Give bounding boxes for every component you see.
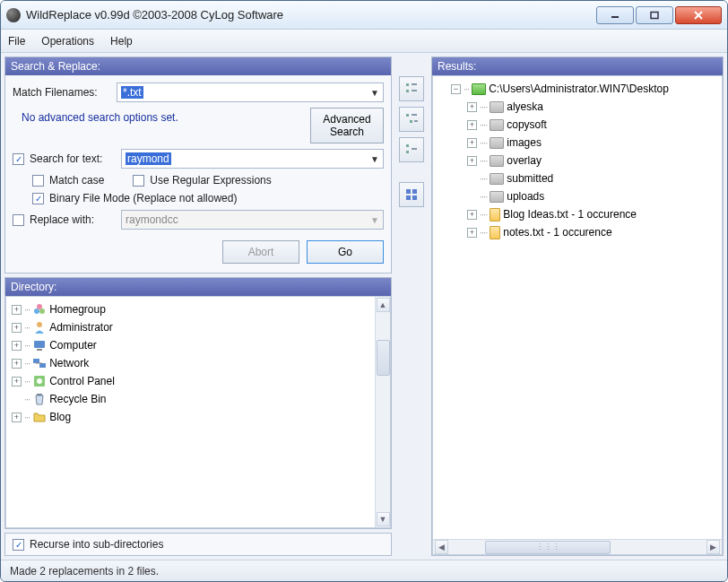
results-item[interactable]: +····copysoft — [435, 116, 720, 134]
tree-connector: ···· — [480, 119, 487, 130]
results-item-label: alyeska — [507, 100, 543, 113]
computer-icon — [32, 338, 47, 352]
cpanel-icon — [32, 374, 47, 388]
match-filenames-combo[interactable]: *.txt ▼ — [117, 83, 384, 102]
expand-icon[interactable]: + — [12, 305, 22, 315]
tree-connector: ··· — [24, 358, 30, 369]
expand-icon[interactable]: + — [12, 359, 22, 369]
scroll-up-icon[interactable]: ▲ — [377, 298, 390, 312]
results-tree[interactable]: − ··· C:\Users\Administrator.WIN7\Deskto… — [432, 75, 723, 555]
advanced-search-button[interactable]: Advanced Search — [310, 108, 384, 143]
close-button[interactable] — [675, 6, 722, 24]
svg-rect-17 — [412, 83, 417, 85]
match-filenames-value: *.txt — [121, 86, 143, 99]
search-text-combo[interactable]: raymond ▼ — [121, 149, 384, 169]
results-item[interactable]: +····notes.txt - 1 occurence — [435, 223, 720, 241]
directory-tree[interactable]: +···Homegroup+···Administrator+···Comput… — [5, 296, 391, 528]
results-item[interactable]: +····alyeska — [435, 98, 720, 116]
scroll-down-icon[interactable]: ▼ — [377, 512, 390, 526]
recurse-label: Recurse into sub-directories — [30, 538, 163, 551]
collapse-icon[interactable]: − — [451, 84, 461, 94]
menu-file[interactable]: File — [8, 35, 25, 48]
adv-row: No advanced search options set. Advanced… — [13, 108, 384, 143]
right-column: Results: − ··· C:\Users\Administrator.WI… — [431, 56, 724, 556]
svg-rect-28 — [412, 189, 417, 194]
expand-icon[interactable]: + — [467, 138, 477, 148]
replace-checkbox[interactable] — [13, 214, 24, 226]
maximize-button[interactable] — [636, 6, 673, 24]
results-item[interactable]: +····images — [435, 134, 720, 152]
binary-checkbox[interactable] — [32, 193, 44, 204]
scroll-left-icon[interactable]: ◀ — [435, 540, 448, 554]
menu-help[interactable]: Help — [110, 35, 133, 48]
svg-rect-27 — [406, 189, 411, 194]
window-buttons — [596, 6, 722, 24]
folder-icon — [490, 173, 504, 185]
menu-operations[interactable]: Operations — [41, 35, 94, 48]
search-text-checkbox[interactable] — [13, 153, 24, 165]
folder-icon — [490, 137, 504, 149]
scroll-right-icon[interactable]: ▶ — [706, 540, 720, 554]
search-text-value: raymond — [126, 152, 171, 165]
tree-connector: ··· — [24, 394, 30, 404]
directory-item[interactable]: +···Administrator — [8, 318, 388, 336]
grid-view-button[interactable] — [399, 182, 424, 207]
expand-icon[interactable]: + — [12, 413, 22, 422]
replace-combo[interactable]: raymondcc ▼ — [121, 210, 384, 230]
regex-checkbox[interactable] — [133, 175, 144, 187]
results-item[interactable]: +····overlay — [435, 152, 720, 169]
expand-icon[interactable]: + — [467, 120, 477, 130]
expand-icon[interactable]: + — [467, 102, 477, 112]
expand-icon[interactable]: + — [467, 210, 477, 220]
folder-icon — [490, 101, 504, 113]
results-item[interactable]: +····Blog Ideas.txt - 1 occurence — [435, 205, 720, 223]
tree-view-3-button[interactable] — [399, 137, 424, 162]
minimize-button[interactable] — [596, 6, 634, 24]
svg-rect-30 — [412, 195, 417, 200]
scroll-thumb-h[interactable]: ⋮⋮⋮ — [485, 541, 611, 554]
svg-rect-16 — [406, 83, 409, 86]
tree-view-1-button[interactable] — [399, 76, 424, 101]
directory-item[interactable]: ···Recycle Bin — [8, 390, 388, 408]
horizontal-scrollbar[interactable]: ◀ ⋮⋮⋮ ▶ — [433, 539, 722, 554]
svg-rect-9 — [37, 349, 42, 351]
directory-item[interactable]: +···Computer — [8, 336, 388, 354]
directory-item-label: Homegroup — [49, 303, 106, 316]
folder-open-icon — [472, 83, 486, 95]
results-item[interactable]: ····submitted — [435, 169, 720, 187]
match-case-checkbox[interactable] — [32, 175, 44, 187]
scroll-thumb[interactable] — [377, 340, 390, 376]
search-replace-panel: Search & Replace: Match Filenames: *.txt… — [4, 56, 392, 274]
results-item[interactable]: ····uploads — [435, 187, 720, 205]
svg-point-6 — [37, 304, 42, 309]
replace-label: Replace with: — [30, 213, 116, 226]
regex-option: Use Regular Expressions — [133, 174, 271, 187]
vertical-scrollbar[interactable]: ▲ ▼ — [375, 297, 390, 527]
expand-icon[interactable]: + — [467, 156, 477, 166]
directory-item[interactable]: +···Blog — [8, 408, 388, 426]
results-root-item[interactable]: − ··· C:\Users\Administrator.WIN7\Deskto… — [435, 80, 720, 98]
toolbar-column — [395, 56, 428, 556]
replace-value: raymondcc — [126, 213, 178, 226]
directory-item-label: Recycle Bin — [49, 393, 106, 405]
recurse-checkbox[interactable] — [13, 539, 24, 551]
directory-item[interactable]: +···Network — [8, 354, 388, 372]
results-item-label: Blog Ideas.txt - 1 occurence — [503, 208, 637, 221]
directory-item[interactable]: +···Homegroup — [8, 300, 388, 318]
results-item-label: copysoft — [507, 118, 547, 131]
tree-view-2-button[interactable] — [399, 107, 424, 132]
match-filenames-label: Match Filenames: — [13, 86, 111, 99]
recurse-row: Recurse into sub-directories — [4, 533, 392, 556]
go-button[interactable]: Go — [307, 240, 384, 264]
results-root-label: C:\Users\Administrator.WIN7\Desktop — [489, 83, 669, 95]
svg-rect-8 — [34, 341, 45, 348]
expand-icon[interactable]: + — [467, 228, 477, 238]
abort-button[interactable]: Abort — [222, 240, 299, 264]
expand-icon[interactable]: + — [12, 341, 22, 351]
binary-option: Binary File Mode (Replace not allowed) — [13, 192, 384, 204]
directory-item[interactable]: +···Control Panel — [8, 372, 388, 390]
expand-icon[interactable]: + — [12, 323, 22, 333]
expand-icon[interactable]: + — [12, 377, 22, 387]
svg-point-4 — [34, 308, 39, 314]
svg-rect-21 — [412, 114, 417, 116]
